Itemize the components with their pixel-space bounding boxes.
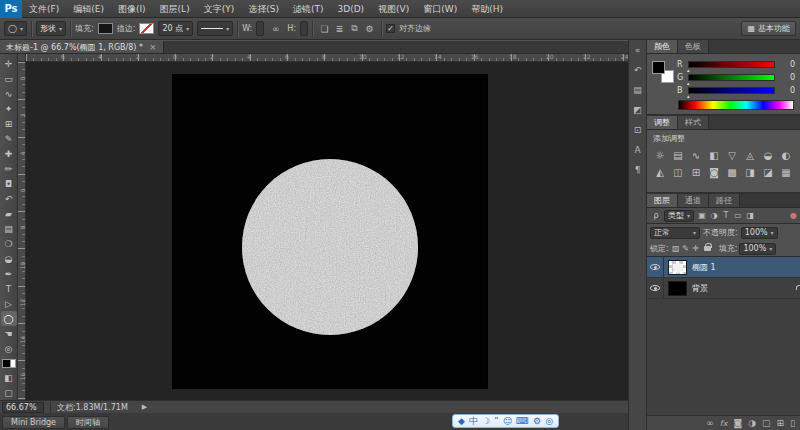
link-layers-icon[interactable]: ∞: [706, 417, 714, 430]
lock-position-icon[interactable]: ✛: [691, 243, 701, 255]
delete-layer-icon[interactable]: ▯: [790, 417, 795, 430]
photo-filter-icon[interactable]: ◭: [651, 164, 669, 181]
dodge-tool[interactable]: ◒: [1, 251, 17, 266]
document-canvas[interactable]: [173, 75, 487, 388]
close-tab-icon[interactable]: ×: [149, 42, 157, 52]
slider-thumb-icon[interactable]: ▴: [687, 93, 690, 99]
selective-color-icon[interactable]: ◪: [759, 164, 777, 181]
invert-icon[interactable]: ◙: [705, 164, 723, 181]
tab-paths[interactable]: 路径: [709, 194, 740, 207]
menu-item[interactable]: 帮助(H): [464, 0, 510, 18]
stroke-type-select[interactable]: ▾: [197, 21, 233, 36]
properties-panel-icon[interactable]: ▤: [631, 83, 645, 96]
blend-mode-select[interactable]: 正常 ▾: [650, 227, 700, 239]
move-tool[interactable]: ✛: [1, 56, 17, 71]
gradient-map-icon[interactable]: ▦: [777, 164, 795, 181]
levels-icon[interactable]: ▤: [669, 147, 687, 164]
lasso-tool[interactable]: ∿: [1, 86, 17, 101]
hue-saturation-icon[interactable]: ◬: [741, 147, 759, 164]
quick-mask-icon[interactable]: ◧: [1, 370, 17, 385]
character-panel-icon[interactable]: A: [631, 143, 645, 156]
pen-tool[interactable]: ✒: [1, 266, 17, 281]
ime-logo-icon[interactable]: ◆: [458, 415, 465, 427]
channel-mixer-icon[interactable]: ◫: [669, 164, 687, 181]
eraser-tool[interactable]: ▰: [1, 206, 17, 221]
menu-item[interactable]: 视图(V): [371, 0, 416, 18]
tab-swatches[interactable]: 色板: [678, 40, 709, 53]
curves-icon[interactable]: ∿: [687, 147, 705, 164]
ime-cn-mode-icon[interactable]: 中: [469, 415, 478, 427]
black-white-icon[interactable]: ◐: [777, 147, 795, 164]
layer-row[interactable]: 背景: [647, 278, 800, 299]
threshold-icon[interactable]: ◨: [741, 164, 759, 181]
tab-styles[interactable]: 样式: [678, 116, 709, 129]
path-selection-tool[interactable]: ▷: [1, 296, 17, 311]
menu-item[interactable]: 图像(I): [111, 0, 153, 18]
status-options-icon[interactable]: ▶: [142, 403, 147, 411]
foreground-color-swatch[interactable]: [2, 359, 11, 368]
layer-style-icon[interactable]: fx: [720, 417, 728, 430]
lock-transparency-icon[interactable]: ▨: [671, 243, 681, 255]
ime-settings-icon[interactable]: ⚙: [533, 415, 541, 427]
fill-color-swatch[interactable]: [98, 23, 113, 34]
layer-filter-type-select[interactable]: 类型 ▾: [664, 210, 694, 222]
layer-group-icon[interactable]: ▢: [762, 417, 771, 430]
menu-item[interactable]: 3D(D): [330, 0, 371, 18]
height-input[interactable]: [300, 21, 308, 36]
ime-halfwidth-icon[interactable]: ☽: [482, 415, 490, 427]
filter-shape-layers-icon[interactable]: ▭: [732, 210, 744, 222]
layer-thumbnail[interactable]: [668, 281, 687, 296]
slider-thumb-icon[interactable]: ▴: [687, 67, 690, 73]
menu-item[interactable]: 图层(L): [153, 0, 197, 18]
filter-adjustment-layers-icon[interactable]: ◑: [708, 210, 720, 222]
color-lookup-icon[interactable]: ⊞: [687, 164, 705, 181]
stroke-width-field[interactable]: 20 点 ▾: [158, 21, 193, 36]
align-edges-checkbox[interactable]: ✓: [386, 24, 395, 33]
path-operations-icon[interactable]: ❏: [317, 21, 332, 36]
crop-tool[interactable]: ⊞: [1, 116, 17, 131]
layer-visibility-toggle[interactable]: [647, 278, 664, 298]
history-brush-tool[interactable]: ↶: [1, 191, 17, 206]
zoom-level-field[interactable]: 66.67%: [2, 402, 44, 413]
ime-emoji-icon[interactable]: ☺: [503, 415, 512, 427]
canvas-viewport[interactable]: [26, 62, 628, 400]
type-tool[interactable]: T: [1, 281, 17, 296]
lock-all-icon[interactable]: [703, 243, 713, 255]
menu-item[interactable]: 滤镜(T): [286, 0, 331, 18]
ellipse-shape-tool[interactable]: ◯: [1, 311, 17, 326]
history-panel-icon[interactable]: ↶: [631, 63, 645, 76]
healing-brush-tool[interactable]: ✚: [1, 146, 17, 161]
filter-pixel-layers-icon[interactable]: ▣: [696, 210, 708, 222]
screen-mode-icon[interactable]: ▢: [1, 385, 17, 400]
paragraph-panel-icon[interactable]: ¶: [631, 163, 645, 176]
brush-tool[interactable]: ✏: [1, 161, 17, 176]
vibrance-icon[interactable]: ▽: [723, 147, 741, 164]
menu-item[interactable]: 编辑(E): [66, 0, 111, 18]
posterize-icon[interactable]: ▩: [723, 164, 741, 181]
opacity-field[interactable]: 100% ▾: [741, 227, 778, 239]
filter-type-layers-icon[interactable]: T: [720, 210, 732, 222]
eyedropper-tool[interactable]: ✎: [1, 131, 17, 146]
tab-mini-bridge[interactable]: Mini Bridge: [2, 416, 65, 429]
document-tab[interactable]: 未标题-1 @ 66.7%(椭圆 1, RGB/8) * ×: [0, 41, 164, 53]
layer-mask-icon[interactable]: ◙: [733, 417, 742, 430]
info-panel-icon[interactable]: ◩: [631, 103, 645, 116]
gear-icon[interactable]: ⚙: [362, 21, 377, 36]
ime-search-icon[interactable]: ◎: [545, 415, 553, 427]
fill-field[interactable]: 100% ▾: [739, 243, 776, 255]
gradient-tool[interactable]: ▤: [1, 221, 17, 236]
layer-visibility-toggle[interactable]: [647, 257, 664, 277]
tab-adjustments[interactable]: 调整: [647, 116, 678, 129]
tab-color[interactable]: 颜色: [647, 40, 678, 53]
color-balance-icon[interactable]: ◒: [759, 147, 777, 164]
filter-smart-objects-icon[interactable]: ◨: [744, 210, 756, 222]
horizontal-ruler[interactable]: 642024681012141618202224: [26, 54, 628, 62]
vertical-ruler[interactable]: 0246810121416: [18, 62, 26, 400]
menu-item[interactable]: 文字(Y): [197, 0, 242, 18]
exposure-icon[interactable]: ◧: [705, 147, 723, 164]
filter-toggle-icon[interactable]: ●: [790, 211, 797, 220]
link-dimensions-icon[interactable]: ∞: [268, 21, 283, 36]
width-input[interactable]: [256, 21, 264, 36]
menu-item[interactable]: 文件(F): [22, 0, 66, 18]
tool-preset-dropdown[interactable]: ◯ ▾: [4, 21, 27, 36]
